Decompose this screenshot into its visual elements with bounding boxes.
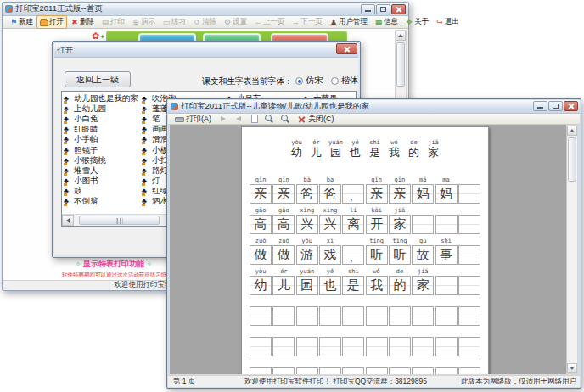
toolbar-button-print[interactable]: ▤打印 xyxy=(98,15,128,29)
next-page-label: 下一页 xyxy=(301,17,323,27)
next-page-button[interactable] xyxy=(216,115,230,124)
back-window-titlebar: 打印宝2011正式版--首页 xyxy=(3,3,408,16)
pinyin-cell xyxy=(412,360,434,367)
preview-toolbar: 打印(A)关闭(C) xyxy=(168,114,580,125)
toolbar-button-demo[interactable]: ⊕演示 xyxy=(128,15,159,29)
lesson-item[interactable]: ♣小猴摘桃 xyxy=(64,155,145,165)
print-button[interactable]: 打印(A) xyxy=(172,114,214,125)
scroll-thumb[interactable] xyxy=(79,216,160,225)
lesson-item[interactable]: ♣鼓 xyxy=(64,187,145,197)
hanzi-box: 家 xyxy=(389,215,411,234)
toolbar-button-prev-page[interactable]: ←上一页 xyxy=(250,15,289,29)
lesson-icon: ♣ xyxy=(142,95,150,103)
hanzi-box: 家 xyxy=(412,276,434,295)
toolbar-button-delete[interactable]: ✖删除 xyxy=(67,15,98,29)
pinyin-cell: qīn xyxy=(272,176,295,183)
toolbar-button-clear[interactable]: ↺清除 xyxy=(189,15,220,29)
hanzi-char: ， xyxy=(343,252,357,264)
info-label: 信息 xyxy=(384,17,398,27)
hanzi-box xyxy=(389,367,411,374)
page-row xyxy=(250,299,480,326)
lesson-item[interactable]: ♣照镜子 xyxy=(64,145,145,155)
lesson-icon: ♣ xyxy=(64,167,72,175)
zoom-in-button[interactable] xyxy=(278,115,293,124)
toolbar-button-next-page[interactable]: →下一页 xyxy=(289,15,327,29)
toolbar-button-info[interactable]: ▦信息 xyxy=(371,15,402,29)
scroll-down-button[interactable] xyxy=(567,363,577,373)
hanzi-char: 高 xyxy=(278,218,290,231)
toolbar-button-about[interactable]: ❖关于 xyxy=(402,15,432,29)
pinyin-cell: ér xyxy=(272,268,295,275)
zoom-out-button[interactable] xyxy=(262,115,277,124)
pinyin-cell: xìng xyxy=(296,207,318,214)
pinyin-cell xyxy=(458,238,480,244)
radio-circle-icon[interactable] xyxy=(295,77,303,85)
hanzi-box xyxy=(272,337,295,356)
hanzi-box: 亲 xyxy=(366,184,388,204)
pinyin-cell xyxy=(296,360,318,367)
toolbar-button-user-management[interactable]: ♟用户管理 xyxy=(326,15,371,29)
hanzi-char: 戏 xyxy=(324,249,337,261)
lesson-item-label: 灯 xyxy=(152,176,160,187)
minimize-button[interactable] xyxy=(361,4,375,14)
toolbar-button-settings[interactable]: ⚙设置 xyxy=(220,15,250,29)
hanzi-box xyxy=(412,306,434,326)
hanzi-box xyxy=(435,367,458,374)
pinyin-cell xyxy=(272,360,295,367)
hanzi-box: 兴 xyxy=(296,215,318,234)
status-welcome-text: 欢迎使用打印宝软件打印！ 打印宝QQ交流群：38129895 xyxy=(219,377,452,387)
open-folder-icon xyxy=(40,20,48,26)
lesson-item[interactable]: ♣幼儿园也是我的家 xyxy=(64,93,145,104)
page-row xyxy=(250,360,480,374)
toolbar-button-open[interactable]: 打开 xyxy=(36,15,67,29)
hanzi-box xyxy=(458,215,480,234)
scroll-thumb[interactable] xyxy=(568,137,576,182)
boxes-row xyxy=(250,337,480,356)
toolbar-button-practice[interactable]: ▭练习 xyxy=(159,15,189,29)
minimize-button[interactable] xyxy=(533,101,548,111)
lesson-item[interactable]: ♣小白兔 xyxy=(64,114,145,124)
pinyin-cell xyxy=(435,207,458,214)
lesson-icon: ♣ xyxy=(142,136,150,143)
hanzi-box xyxy=(250,306,272,326)
dialog-close-button[interactable] xyxy=(336,43,357,54)
lesson-item-label: 小手帕 xyxy=(74,134,98,145)
scroll-thumb[interactable] xyxy=(396,42,405,87)
page-title: yòu幼ér儿yuán园yě也shì是wǒ我de的jiā家 xyxy=(242,139,488,159)
hanzi-box: 妈 xyxy=(435,184,458,204)
hanzi-box: 爸 xyxy=(296,184,318,204)
radio-kaiti[interactable]: 楷体 xyxy=(331,75,358,87)
title-hanzi: 家 xyxy=(424,147,443,159)
scroll-up-button[interactable] xyxy=(567,126,577,136)
back-level-button[interactable]: 返回上一级 xyxy=(65,71,131,87)
lesson-item[interactable]: ♣堆雪人 xyxy=(64,165,145,176)
lesson-item-label: 小图书 xyxy=(74,176,98,187)
delete-icon: ✖ xyxy=(70,19,79,26)
lesson-item[interactable]: ♣上幼儿园 xyxy=(64,104,145,114)
pinyin-cell xyxy=(412,299,434,305)
close-button[interactable] xyxy=(564,101,578,111)
close-button[interactable]: 关闭(C) xyxy=(295,114,337,125)
lesson-item[interactable]: ♣红眼睛 xyxy=(64,125,145,135)
scroll-left-button[interactable] xyxy=(62,215,74,226)
close-button[interactable] xyxy=(391,4,406,14)
toolbar-button-exit[interactable]: ↪退出 xyxy=(432,15,463,29)
hanzi-char: 我 xyxy=(370,279,383,292)
radio-fangsong[interactable]: 仿宋 xyxy=(295,75,323,87)
pinyin-cell xyxy=(272,299,295,305)
scroll-up-button[interactable] xyxy=(396,31,406,41)
prev-page-button[interactable] xyxy=(232,115,246,124)
maximize-button[interactable] xyxy=(376,4,390,14)
lesson-item[interactable]: ♣小图书 xyxy=(64,176,145,187)
maximize-button[interactable] xyxy=(548,101,563,111)
lesson-item[interactable]: ♣不倒翁 xyxy=(64,197,145,207)
toolbar-button-new[interactable]: ⚑新建 xyxy=(6,15,36,29)
preview-scrollbar[interactable] xyxy=(566,125,578,374)
fit-page-button[interactable] xyxy=(248,115,261,123)
title-hanzi: 幼 xyxy=(287,147,306,159)
radio-circle-icon[interactable] xyxy=(331,77,339,85)
hanzi-box: 也 xyxy=(319,276,341,295)
lesson-item-label: 照镜子 xyxy=(74,145,98,156)
lesson-item[interactable]: ♣小手帕 xyxy=(64,135,145,145)
boxes-row xyxy=(250,306,480,326)
